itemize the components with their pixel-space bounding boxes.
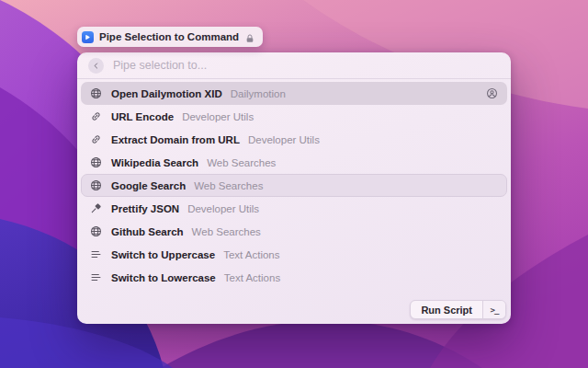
list-item-title: Google Search	[111, 180, 186, 191]
list-item-subtitle: Dailymotion	[231, 88, 286, 99]
search-bar	[77, 52, 511, 79]
terminal-prompt-icon: >_	[482, 301, 505, 318]
list-item[interactable]: Prettify JSON Developer Utils	[81, 197, 507, 220]
globe-icon	[90, 156, 102, 168]
list-item[interactable]: Google Search Web Searches	[81, 174, 507, 197]
list-item[interactable]: Github Search Web Searches	[81, 220, 507, 243]
command-palette-window: Open Dailymotion XID Dailymotion URL Enc…	[77, 52, 511, 324]
list-item-subtitle: Web Searches	[194, 180, 263, 191]
list-item[interactable]: Switch to Lowercase Text Actions	[81, 266, 507, 289]
list-item-title: Switch to Lowercase	[111, 272, 216, 283]
globe-icon	[90, 225, 102, 237]
back-button[interactable]	[88, 58, 104, 74]
person-icon	[486, 87, 498, 99]
list-item-subtitle: Developer Utils	[187, 203, 259, 214]
hammer-icon	[90, 202, 102, 214]
chevron-left-icon	[91, 61, 101, 71]
link-icon	[90, 110, 102, 122]
list-item-subtitle: Text Actions	[224, 272, 280, 283]
list-item[interactable]: Switch to Uppercase Text Actions	[81, 243, 507, 266]
app-icon	[82, 31, 94, 43]
search-input[interactable]	[113, 59, 500, 72]
link-icon	[90, 133, 102, 145]
command-list: Open Dailymotion XID Dailymotion URL Enc…	[77, 79, 511, 289]
list-item[interactable]: URL Encode Developer Utils	[81, 105, 507, 128]
list-item-title: Extract Domain from URL	[111, 134, 240, 145]
list-item[interactable]: Extract Domain from URL Developer Utils	[81, 128, 507, 151]
text-lines-icon	[90, 271, 102, 283]
run-script-button[interactable]: Run Script >_	[410, 300, 506, 319]
list-item-title: Prettify JSON	[111, 203, 179, 214]
window-title-badge[interactable]: Pipe Selection to Command	[77, 27, 263, 47]
list-item-subtitle: Text Actions	[223, 249, 279, 260]
list-item[interactable]: Open Dailymotion XID Dailymotion	[81, 82, 507, 105]
lock-icon	[244, 31, 255, 42]
list-item-subtitle: Developer Utils	[182, 111, 254, 122]
list-item-title: Github Search	[111, 226, 184, 237]
list-item-subtitle: Web Searches	[207, 157, 276, 168]
list-item-subtitle: Web Searches	[192, 226, 261, 237]
list-item-title: Open Dailymotion XID	[111, 88, 222, 99]
window-title: Pipe Selection to Command	[99, 31, 239, 42]
text-lines-icon	[90, 248, 102, 260]
globe-icon	[90, 179, 102, 191]
list-item-title: Switch to Uppercase	[111, 249, 215, 260]
run-script-label: Run Script	[411, 301, 482, 318]
list-item-title: URL Encode	[111, 111, 174, 122]
globe-icon	[90, 87, 102, 99]
list-item-title: Wikipedia Search	[111, 157, 198, 168]
list-item[interactable]: Wikipedia Search Web Searches	[81, 151, 507, 174]
list-item-subtitle: Developer Utils	[248, 134, 320, 145]
